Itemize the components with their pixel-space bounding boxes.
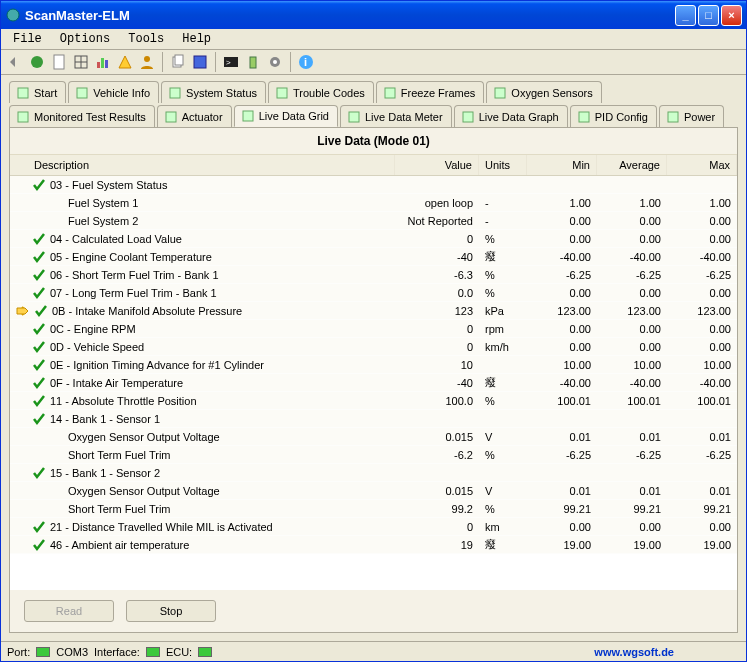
svg-rect-28 <box>243 111 253 121</box>
row-avg: 10.00 <box>597 359 667 371</box>
tab-icon <box>241 109 255 123</box>
table-row[interactable]: 05 - Engine Coolant Temperature-40癈-40.0… <box>10 248 737 266</box>
tab-live-data-grid[interactable]: Live Data Grid <box>234 105 338 127</box>
row-min: 0.00 <box>527 323 597 335</box>
table-row[interactable]: 04 - Calculated Load Value0%0.000.000.00 <box>10 230 737 248</box>
tab-label: Start <box>34 87 57 99</box>
port-led <box>36 647 50 657</box>
row-avg: 1.00 <box>597 197 667 209</box>
svg-rect-22 <box>170 88 180 98</box>
tool-grid-icon[interactable] <box>71 52 91 72</box>
table-row[interactable]: 0D - Vehicle Speed0km/h0.000.000.00 <box>10 338 737 356</box>
tab-icon <box>164 110 178 124</box>
table-row[interactable]: 14 - Bank 1 - Sensor 1 <box>10 410 737 428</box>
tool-gear-icon[interactable] <box>265 52 285 72</box>
grid-header: Description Value Units Min Average Max <box>10 155 737 176</box>
row-avg: -6.25 <box>597 449 667 461</box>
row-units: km/h <box>479 341 527 353</box>
table-row[interactable]: 0C - Engine RPM0rpm0.000.000.00 <box>10 320 737 338</box>
tab-start[interactable]: Start <box>9 81 66 103</box>
row-avg: 0.00 <box>597 287 667 299</box>
table-row[interactable]: 11 - Absolute Throttle Position100.0%100… <box>10 392 737 410</box>
table-row[interactable]: Short Term Fuel Trim-6.2%-6.25-6.25-6.25 <box>10 446 737 464</box>
app-icon <box>5 7 21 23</box>
tool-chart-icon[interactable] <box>93 52 113 72</box>
table-row[interactable]: Fuel System 1open loop-1.001.001.00 <box>10 194 737 212</box>
tab-power[interactable]: Power <box>659 105 724 127</box>
tab-system-status[interactable]: System Status <box>161 81 266 103</box>
row-avg: 0.00 <box>597 521 667 533</box>
tool-connect-icon[interactable] <box>5 52 25 72</box>
table-row[interactable]: 07 - Long Term Fuel Trim - Bank 10.0%0.0… <box>10 284 737 302</box>
row-max: -6.25 <box>667 269 737 281</box>
col-description[interactable]: Description <box>10 155 395 175</box>
tab-actuator[interactable]: Actuator <box>157 105 232 127</box>
table-row[interactable]: 06 - Short Term Fuel Trim - Bank 1-6.3%-… <box>10 266 737 284</box>
tab-monitored-test-results[interactable]: Monitored Test Results <box>9 105 155 127</box>
toolbar-separator <box>215 52 216 72</box>
table-row[interactable]: 21 - Distance Travelled While MIL is Act… <box>10 518 737 536</box>
menu-file[interactable]: File <box>5 30 50 48</box>
minimize-button[interactable]: _ <box>675 5 696 26</box>
tool-info-icon[interactable]: i <box>296 52 316 72</box>
row-max: 10.00 <box>667 359 737 371</box>
stop-button[interactable]: Stop <box>126 600 216 622</box>
tab-icon <box>577 110 591 124</box>
tool-terminal-icon[interactable]: > <box>221 52 241 72</box>
tab-icon <box>75 86 89 100</box>
tabs-area: StartVehicle InfoSystem StatusTrouble Co… <box>1 75 746 127</box>
menu-tools[interactable]: Tools <box>120 30 172 48</box>
tab-label: PID Config <box>595 111 648 123</box>
tool-battery-icon[interactable] <box>243 52 263 72</box>
tab-label: Vehicle Info <box>93 87 150 99</box>
tabs-row-2: Monitored Test ResultsActuatorLive Data … <box>9 105 738 127</box>
menu-help[interactable]: Help <box>174 30 219 48</box>
table-row[interactable]: 03 - Fuel System Status <box>10 176 737 194</box>
menu-options[interactable]: Options <box>52 30 118 48</box>
svg-rect-6 <box>97 62 100 68</box>
tool-doc-icon[interactable] <box>49 52 69 72</box>
row-value: Not Reported <box>395 215 479 227</box>
tab-live-data-graph[interactable]: Live Data Graph <box>454 105 568 127</box>
grid-body[interactable]: 03 - Fuel System StatusFuel System 1open… <box>10 176 737 590</box>
tab-pid-config[interactable]: PID Config <box>570 105 657 127</box>
tool-warning-icon[interactable] <box>115 52 135 72</box>
col-units[interactable]: Units <box>479 155 527 175</box>
row-description: Oxygen Sensor Output Voltage <box>68 485 220 497</box>
row-description: 03 - Fuel System Status <box>50 179 167 191</box>
tab-trouble-codes[interactable]: Trouble Codes <box>268 81 374 103</box>
tab-oxygen-sensors[interactable]: Oxygen Sensors <box>486 81 601 103</box>
col-avg[interactable]: Average <box>597 155 667 175</box>
close-button[interactable]: × <box>721 5 742 26</box>
tab-label: Oxygen Sensors <box>511 87 592 99</box>
tab-icon <box>16 110 30 124</box>
row-units: 癈 <box>479 249 527 264</box>
window-title: ScanMaster-ELM <box>25 8 675 23</box>
table-row[interactable]: Oxygen Sensor Output Voltage0.015V0.010.… <box>10 482 737 500</box>
tab-live-data-meter[interactable]: Live Data Meter <box>340 105 452 127</box>
tool-globe-icon[interactable] <box>27 52 47 72</box>
maximize-button[interactable]: □ <box>698 5 719 26</box>
table-row[interactable]: 46 - Ambient air temperature19癈19.0019.0… <box>10 536 737 554</box>
col-value[interactable]: Value <box>395 155 479 175</box>
tool-save-icon[interactable] <box>190 52 210 72</box>
tool-copy-icon[interactable] <box>168 52 188 72</box>
table-row[interactable]: 0F - Intake Air Temperature-40癈-40.00-40… <box>10 374 737 392</box>
col-min[interactable]: Min <box>527 155 597 175</box>
tab-freeze-frames[interactable]: Freeze Frames <box>376 81 485 103</box>
panel-title: Live Data (Mode 01) <box>10 128 737 155</box>
table-row[interactable]: 0B - Intake Manifold Absolute Pressure12… <box>10 302 737 320</box>
row-avg: 0.00 <box>597 341 667 353</box>
tab-vehicle-info[interactable]: Vehicle Info <box>68 81 159 103</box>
table-row[interactable]: Short Term Fuel Trim99.2%99.2199.2199.21 <box>10 500 737 518</box>
row-description: 0C - Engine RPM <box>50 323 136 335</box>
svg-rect-27 <box>166 112 176 122</box>
table-row[interactable]: Fuel System 2Not Reported-0.000.000.00 <box>10 212 737 230</box>
tool-user-icon[interactable] <box>137 52 157 72</box>
row-value: -40 <box>395 251 479 263</box>
table-row[interactable]: 0E - Ignition Timing Advance for #1 Cyli… <box>10 356 737 374</box>
url-link[interactable]: www.wgsoft.de <box>594 646 674 658</box>
table-row[interactable]: 15 - Bank 1 - Sensor 2 <box>10 464 737 482</box>
col-max[interactable]: Max <box>667 155 737 175</box>
table-row[interactable]: Oxygen Sensor Output Voltage0.015V0.010.… <box>10 428 737 446</box>
